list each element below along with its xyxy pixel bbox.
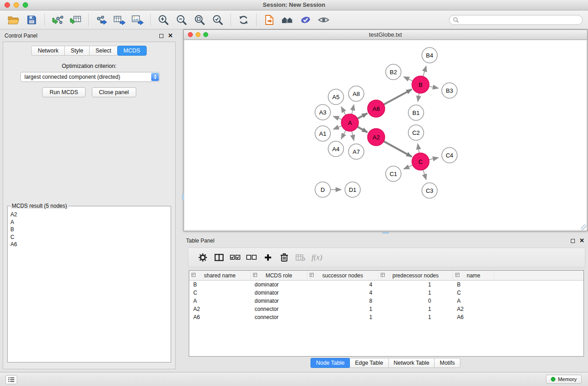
edge-B-B1[interactable] bbox=[418, 93, 419, 102]
edge-A-A1[interactable] bbox=[333, 126, 342, 129]
mcds-result-item[interactable]: A bbox=[10, 219, 168, 226]
table-cell[interactable]: connector bbox=[251, 313, 307, 321]
graph-node-A6[interactable]: A6 bbox=[368, 100, 385, 117]
graph-node-A[interactable]: A bbox=[341, 114, 359, 131]
table-cell[interactable]: A6 bbox=[453, 313, 494, 321]
graph-node-A3[interactable]: A3 bbox=[315, 105, 330, 120]
function-builder-button[interactable]: f(x) bbox=[309, 250, 325, 265]
edge-C-C2[interactable] bbox=[418, 144, 419, 153]
table-row[interactable]: Cdominator41C bbox=[189, 289, 583, 297]
show-columns-button[interactable] bbox=[211, 250, 227, 265]
table-cell[interactable]: B bbox=[189, 281, 251, 289]
export-table-button[interactable] bbox=[110, 12, 129, 28]
network-graph[interactable]: B4B2BB3A8A5A6B1A3AC2A1A2A4A7C4CC1C3DD1 bbox=[185, 40, 587, 231]
task-history-button[interactable] bbox=[5, 375, 17, 384]
export-network-button[interactable] bbox=[92, 12, 110, 28]
tab-mcds[interactable]: MCDS bbox=[117, 46, 147, 56]
export-document-button[interactable] bbox=[260, 12, 278, 28]
table-cell[interactable]: 1 bbox=[378, 313, 453, 321]
import-network-button[interactable] bbox=[48, 12, 67, 28]
column-header-shared-name[interactable]: shared name bbox=[189, 271, 251, 281]
graph-node-A7[interactable]: A7 bbox=[349, 144, 364, 159]
add-column-button[interactable] bbox=[260, 250, 276, 265]
save-session-button[interactable] bbox=[23, 12, 41, 28]
deselect-all-button[interactable] bbox=[244, 250, 260, 265]
graph-node-C4[interactable]: C4 bbox=[442, 148, 457, 163]
show-graphics-details-button[interactable] bbox=[315, 12, 333, 28]
float-panel-icon[interactable] bbox=[571, 239, 575, 243]
tab-network[interactable]: Network bbox=[31, 46, 65, 56]
edge-C-C1[interactable] bbox=[404, 165, 413, 169]
table-cell[interactable]: 1 bbox=[378, 289, 453, 297]
select-all-button[interactable] bbox=[227, 250, 244, 265]
table-cell[interactable]: A6 bbox=[189, 313, 251, 321]
import-table-button[interactable] bbox=[67, 12, 85, 28]
export-image-button[interactable] bbox=[129, 12, 147, 28]
table-cell[interactable]: 1 bbox=[378, 281, 453, 289]
graph-node-A4[interactable]: A4 bbox=[328, 141, 344, 157]
edge-A-A6[interactable] bbox=[358, 113, 368, 119]
splitter-handle[interactable] bbox=[182, 194, 184, 200]
tab-select[interactable]: Select bbox=[89, 46, 118, 56]
table-row[interactable]: A2connector11A2 bbox=[189, 305, 583, 313]
tab-motifs[interactable]: Motifs bbox=[434, 358, 460, 368]
table-cell[interactable]: 1 bbox=[307, 313, 378, 321]
window-resize-handle[interactable] bbox=[581, 224, 587, 230]
edge-A-A8[interactable] bbox=[352, 105, 354, 114]
table-cell[interactable]: 0 bbox=[378, 297, 453, 305]
delete-table-button[interactable] bbox=[292, 250, 309, 265]
tab-style[interactable]: Style bbox=[64, 46, 90, 56]
edge-C-C4[interactable] bbox=[429, 157, 439, 160]
edge-B-B3[interactable] bbox=[429, 86, 439, 88]
edge-A-A7[interactable] bbox=[352, 131, 354, 141]
column-header-successor-nodes[interactable]: successor nodes bbox=[307, 271, 378, 281]
column-header-predecessor-nodes[interactable]: predecessor nodes bbox=[378, 271, 453, 281]
table-cell[interactable]: A2 bbox=[189, 305, 251, 313]
table-cell[interactable]: A bbox=[453, 297, 494, 305]
tab-node-table[interactable]: Node Table bbox=[311, 358, 350, 368]
table-settings-button[interactable] bbox=[195, 250, 211, 265]
table-cell[interactable]: A2 bbox=[453, 305, 494, 313]
table-cell[interactable]: 4 bbox=[307, 289, 378, 297]
table-cell[interactable]: 1 bbox=[378, 305, 453, 313]
table-cell[interactable]: dominator bbox=[251, 281, 307, 289]
table-cell[interactable]: dominator bbox=[251, 297, 307, 305]
table-cell[interactable]: connector bbox=[251, 305, 307, 313]
network-overview-button[interactable] bbox=[278, 12, 296, 28]
graph-node-B[interactable]: B bbox=[412, 76, 429, 93]
network-window-titlebar[interactable]: testGlobe.txt bbox=[184, 30, 587, 40]
tab-network-table[interactable]: Network Table bbox=[388, 358, 435, 368]
validator-button[interactable] bbox=[296, 12, 315, 28]
refresh-layout-button[interactable] bbox=[234, 12, 253, 28]
graph-node-A1[interactable]: A1 bbox=[315, 126, 330, 141]
table-cell[interactable]: A bbox=[189, 297, 251, 305]
graph-node-A2[interactable]: A2 bbox=[368, 129, 385, 146]
memory-button[interactable]: Memory bbox=[546, 375, 582, 384]
table-row[interactable]: A6connector11A6 bbox=[189, 313, 583, 321]
table-row[interactable]: Adominator80A bbox=[189, 297, 583, 305]
table-cell[interactable]: dominator bbox=[251, 289, 307, 297]
open-session-button[interactable] bbox=[5, 12, 23, 28]
edge-A-A2[interactable] bbox=[358, 127, 368, 132]
edge-B-B2[interactable] bbox=[404, 77, 413, 81]
zoom-fit-button[interactable] bbox=[191, 12, 209, 28]
mcds-result-item[interactable]: A2 bbox=[10, 211, 168, 219]
edge-B-B4[interactable] bbox=[423, 66, 426, 76]
graph-node-B1[interactable]: B1 bbox=[408, 105, 424, 120]
table-row[interactable]: Bdominator41B bbox=[189, 281, 583, 289]
table-cell[interactable]: B bbox=[453, 281, 494, 289]
splitter-handle[interactable] bbox=[382, 232, 389, 234]
graph-node-D1[interactable]: D1 bbox=[345, 182, 360, 197]
graph-node-C2[interactable]: C2 bbox=[408, 125, 424, 140]
tab-edge-table[interactable]: Edge Table bbox=[349, 358, 388, 368]
edge-C-C3[interactable] bbox=[423, 170, 426, 180]
search-input[interactable] bbox=[461, 16, 582, 24]
mcds-result-item[interactable]: C bbox=[10, 234, 168, 241]
optimization-criterion-dropdown[interactable]: largest connected component (directed) bbox=[20, 72, 160, 82]
zoom-out-button[interactable] bbox=[172, 12, 191, 28]
edge-A2-C[interactable] bbox=[384, 141, 412, 157]
mcds-result-item[interactable]: A6 bbox=[10, 241, 168, 248]
edge-A6-B[interactable] bbox=[384, 90, 412, 105]
zoom-in-button[interactable] bbox=[154, 12, 172, 28]
graph-node-B3[interactable]: B3 bbox=[442, 83, 457, 98]
